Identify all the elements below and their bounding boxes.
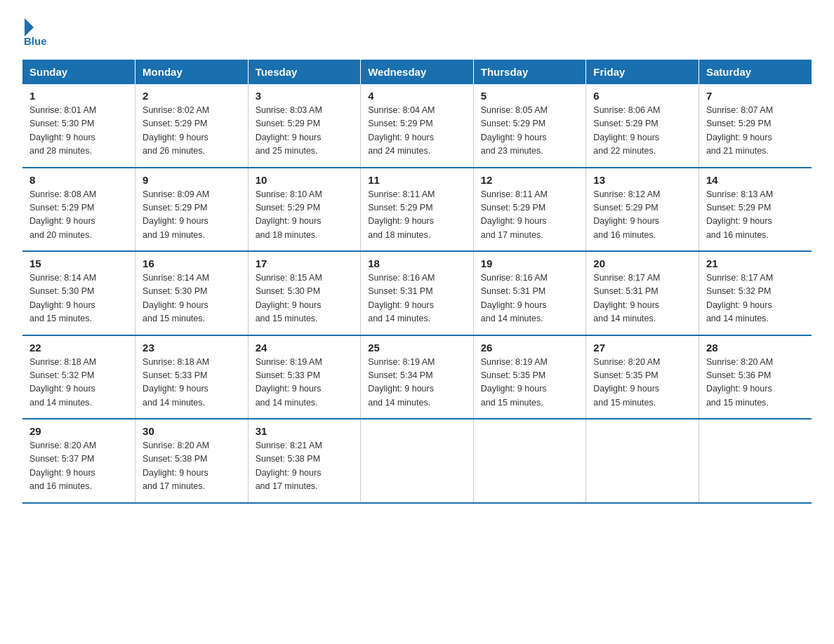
calendar-cell	[473, 419, 586, 503]
calendar-cell: 25Sunrise: 8:19 AMSunset: 5:34 PMDayligh…	[361, 335, 474, 420]
calendar-week-row: 1Sunrise: 8:01 AMSunset: 5:30 PMDaylight…	[22, 84, 812, 168]
day-number: 29	[29, 425, 128, 437]
calendar-cell: 30Sunrise: 8:20 AMSunset: 5:38 PMDayligh…	[135, 419, 249, 503]
day-info: Sunrise: 8:12 AMSunset: 5:29 PMDaylight:…	[593, 188, 691, 243]
day-number: 10	[256, 174, 354, 186]
day-number: 25	[368, 342, 466, 354]
calendar-header-monday: Monday	[135, 60, 249, 84]
calendar-cell: 31Sunrise: 8:21 AMSunset: 5:38 PMDayligh…	[248, 419, 361, 503]
day-number: 16	[143, 257, 241, 269]
day-number: 1	[29, 90, 128, 102]
calendar-cell: 29Sunrise: 8:20 AMSunset: 5:37 PMDayligh…	[22, 419, 135, 503]
calendar-table: SundayMondayTuesdayWednesdayThursdayFrid…	[22, 60, 812, 504]
calendar-header-saturday: Saturday	[699, 60, 812, 84]
day-number: 17	[256, 257, 354, 269]
calendar-header-sunday: Sunday	[22, 60, 135, 84]
calendar-week-row: 15Sunrise: 8:14 AMSunset: 5:30 PMDayligh…	[22, 251, 812, 335]
calendar-cell: 22Sunrise: 8:18 AMSunset: 5:32 PMDayligh…	[22, 335, 135, 420]
calendar-cell: 23Sunrise: 8:18 AMSunset: 5:33 PMDayligh…	[135, 335, 249, 420]
day-number: 19	[481, 257, 579, 269]
day-number: 26	[481, 342, 579, 354]
day-info: Sunrise: 8:19 AMSunset: 5:35 PMDaylight:…	[481, 356, 579, 410]
day-info: Sunrise: 8:14 AMSunset: 5:30 PMDaylight:…	[143, 271, 241, 326]
day-info: Sunrise: 8:03 AMSunset: 5:29 PMDaylight:…	[256, 104, 354, 159]
day-info: Sunrise: 8:19 AMSunset: 5:34 PMDaylight:…	[368, 356, 466, 410]
day-number: 5	[481, 90, 579, 102]
day-info: Sunrise: 8:11 AMSunset: 5:29 PMDaylight:…	[368, 188, 466, 243]
calendar-cell	[586, 419, 699, 503]
day-info: Sunrise: 8:05 AMSunset: 5:29 PMDaylight:…	[481, 104, 579, 159]
day-info: Sunrise: 8:17 AMSunset: 5:32 PMDaylight:…	[706, 271, 805, 326]
day-number: 18	[368, 257, 466, 269]
day-info: Sunrise: 8:18 AMSunset: 5:32 PMDaylight:…	[29, 356, 128, 410]
day-number: 22	[29, 342, 128, 354]
day-info: Sunrise: 8:08 AMSunset: 5:29 PMDaylight:…	[29, 188, 128, 243]
calendar-cell: 3Sunrise: 8:03 AMSunset: 5:29 PMDaylight…	[248, 84, 361, 168]
calendar-header-tuesday: Tuesday	[248, 60, 361, 84]
day-number: 23	[143, 342, 241, 354]
day-number: 20	[593, 257, 691, 269]
day-number: 24	[256, 342, 354, 354]
calendar-cell: 26Sunrise: 8:19 AMSunset: 5:35 PMDayligh…	[473, 335, 586, 420]
calendar-cell: 1Sunrise: 8:01 AMSunset: 5:30 PMDaylight…	[22, 84, 135, 168]
calendar-cell: 8Sunrise: 8:08 AMSunset: 5:29 PMDaylight…	[22, 168, 135, 252]
calendar-cell: 6Sunrise: 8:06 AMSunset: 5:29 PMDaylight…	[586, 84, 699, 168]
calendar-week-row: 29Sunrise: 8:20 AMSunset: 5:37 PMDayligh…	[22, 419, 812, 503]
day-number: 8	[29, 174, 128, 186]
day-number: 4	[368, 90, 466, 102]
calendar-header-wednesday: Wednesday	[361, 60, 474, 84]
day-number: 28	[706, 342, 805, 354]
calendar-cell: 17Sunrise: 8:15 AMSunset: 5:30 PMDayligh…	[248, 251, 361, 335]
day-number: 11	[368, 174, 466, 186]
calendar-cell: 14Sunrise: 8:13 AMSunset: 5:29 PMDayligh…	[699, 168, 812, 252]
calendar-cell: 28Sunrise: 8:20 AMSunset: 5:36 PMDayligh…	[699, 335, 812, 420]
calendar-cell: 16Sunrise: 8:14 AMSunset: 5:30 PMDayligh…	[135, 251, 249, 335]
day-info: Sunrise: 8:20 AMSunset: 5:36 PMDaylight:…	[706, 356, 805, 410]
day-number: 15	[29, 257, 128, 269]
calendar-cell: 21Sunrise: 8:17 AMSunset: 5:32 PMDayligh…	[699, 251, 812, 335]
day-number: 7	[706, 90, 805, 102]
day-info: Sunrise: 8:20 AMSunset: 5:38 PMDaylight:…	[143, 439, 241, 494]
day-number: 2	[143, 90, 241, 102]
calendar-header-thursday: Thursday	[473, 60, 586, 84]
day-info: Sunrise: 8:14 AMSunset: 5:30 PMDaylight:…	[29, 271, 128, 326]
calendar-cell: 2Sunrise: 8:02 AMSunset: 5:29 PMDaylight…	[135, 84, 249, 168]
day-info: Sunrise: 8:16 AMSunset: 5:31 PMDaylight:…	[481, 271, 579, 326]
calendar-cell: 18Sunrise: 8:16 AMSunset: 5:31 PMDayligh…	[361, 251, 474, 335]
day-number: 30	[143, 425, 241, 437]
day-info: Sunrise: 8:11 AMSunset: 5:29 PMDaylight:…	[481, 188, 579, 243]
day-number: 14	[706, 174, 805, 186]
day-info: Sunrise: 8:18 AMSunset: 5:33 PMDaylight:…	[143, 356, 241, 410]
day-info: Sunrise: 8:02 AMSunset: 5:29 PMDaylight:…	[143, 104, 241, 159]
calendar-cell: 13Sunrise: 8:12 AMSunset: 5:29 PMDayligh…	[586, 168, 699, 252]
day-info: Sunrise: 8:16 AMSunset: 5:31 PMDaylight:…	[368, 271, 466, 326]
day-number: 3	[256, 90, 354, 102]
logo: Blue	[22, 17, 47, 47]
calendar-header-row: SundayMondayTuesdayWednesdayThursdayFrid…	[22, 60, 812, 84]
day-number: 13	[593, 174, 691, 186]
day-info: Sunrise: 8:21 AMSunset: 5:38 PMDaylight:…	[256, 439, 354, 494]
calendar-cell: 15Sunrise: 8:14 AMSunset: 5:30 PMDayligh…	[22, 251, 135, 335]
day-number: 27	[593, 342, 691, 354]
calendar-cell: 24Sunrise: 8:19 AMSunset: 5:33 PMDayligh…	[248, 335, 361, 420]
calendar-cell: 4Sunrise: 8:04 AMSunset: 5:29 PMDaylight…	[361, 84, 474, 168]
day-info: Sunrise: 8:09 AMSunset: 5:29 PMDaylight:…	[143, 188, 241, 243]
day-number: 9	[143, 174, 241, 186]
calendar-cell: 9Sunrise: 8:09 AMSunset: 5:29 PMDaylight…	[135, 168, 249, 252]
day-info: Sunrise: 8:10 AMSunset: 5:29 PMDaylight:…	[256, 188, 354, 243]
calendar-cell: 12Sunrise: 8:11 AMSunset: 5:29 PMDayligh…	[473, 168, 586, 252]
page-header: Blue	[22, 17, 812, 47]
calendar-cell: 19Sunrise: 8:16 AMSunset: 5:31 PMDayligh…	[473, 251, 586, 335]
calendar-header-friday: Friday	[586, 60, 699, 84]
day-info: Sunrise: 8:15 AMSunset: 5:30 PMDaylight:…	[256, 271, 354, 326]
calendar-cell: 11Sunrise: 8:11 AMSunset: 5:29 PMDayligh…	[361, 168, 474, 252]
calendar-cell: 10Sunrise: 8:10 AMSunset: 5:29 PMDayligh…	[248, 168, 361, 252]
day-info: Sunrise: 8:04 AMSunset: 5:29 PMDaylight:…	[368, 104, 466, 159]
calendar-cell	[699, 419, 812, 503]
logo-subtitle: Blue	[24, 35, 47, 47]
calendar-cell: 20Sunrise: 8:17 AMSunset: 5:31 PMDayligh…	[586, 251, 699, 335]
day-info: Sunrise: 8:20 AMSunset: 5:35 PMDaylight:…	[593, 356, 691, 410]
day-info: Sunrise: 8:01 AMSunset: 5:30 PMDaylight:…	[29, 104, 128, 159]
day-number: 12	[481, 174, 579, 186]
logo-triangle-icon	[25, 18, 34, 36]
